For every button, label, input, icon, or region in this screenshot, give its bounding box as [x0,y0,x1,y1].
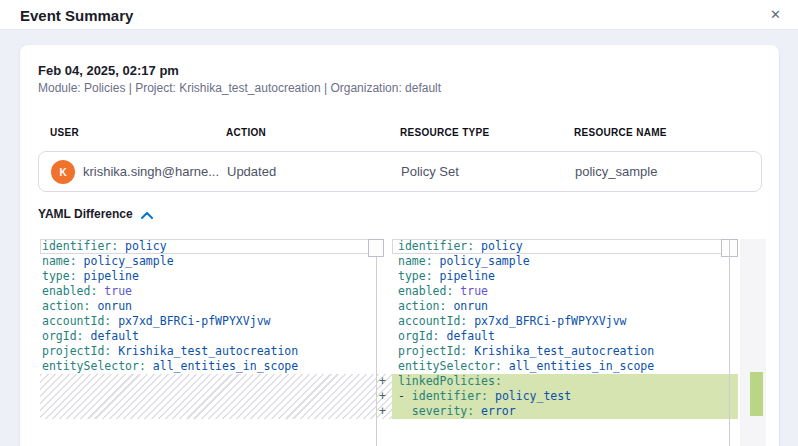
plus-marker-icon: + [379,404,391,419]
yaml-line: enabled: true [42,284,132,299]
plus-marker-icon: + [379,374,391,389]
yaml-line: type: pipeline [398,269,495,284]
diff-overview-ruler[interactable] [740,239,766,446]
yaml-difference-label: YAML Difference [38,207,133,221]
cell-user: krishika.singh@harne... [83,164,219,179]
column-header-resource-name: RESOURCE NAME [574,127,667,138]
column-header-action: ACTION [226,127,266,138]
plus-marker-icon: + [379,389,391,404]
cell-resource-name: policy_sample [575,164,657,179]
yaml-line: action: onrun [398,299,488,314]
table-row[interactable]: K krishika.singh@harne... Updated Policy… [38,151,762,192]
modal-header: Event Summary ✕ [0,0,798,30]
yaml-line: type: pipeline [42,269,139,284]
current-line-highlight-modified [392,239,735,254]
modified-pane-right-border [729,239,730,446]
modal-body: Feb 04, 2025, 02:17 pm Module: Policies … [0,30,798,446]
yaml-line: orgId: default [42,329,139,344]
overview-ruler-added-block [750,372,763,416]
yaml-line: enabled: true [398,284,488,299]
avatar: K [51,160,75,184]
page-title: Event Summary [20,7,133,24]
yaml-line: projectId: Krishika_test_autocreation [398,344,654,359]
yaml-line: entitySelector: all_entities_in_scope [398,359,654,374]
chevron-up-icon[interactable] [141,212,153,219]
cell-resource-type: Policy Set [401,164,459,179]
event-meta: Module: Policies | Project: Krishika_tes… [38,81,441,95]
yaml-line: severity: error [398,404,516,419]
yaml-difference-toggle[interactable]: YAML Difference [38,207,153,221]
column-header-resource-type: RESOURCE TYPE [400,127,489,138]
event-summary-modal: Event Summary ✕ Feb 04, 2025, 02:17 pm M… [0,0,798,446]
cell-action: Updated [227,164,276,179]
yaml-line: - identifier: policy_test [398,389,571,404]
yaml-line: orgId: default [398,329,495,344]
yaml-line: accountId: px7xd_BFRCi-pfWPYXVjvw [42,314,271,329]
current-line-highlight-original [40,239,376,254]
diff-removed-placeholder [40,374,376,419]
event-card: Feb 04, 2025, 02:17 pm Module: Policies … [20,45,779,446]
scrollbar-thumb-original[interactable] [368,239,384,257]
yaml-line: action: onrun [42,299,132,314]
event-timestamp: Feb 04, 2025, 02:17 pm [38,63,179,78]
yaml-line: projectId: Krishika_test_autocreation [42,344,298,359]
column-header-user: USER [50,127,79,138]
yaml-line: linkedPolicies: [398,374,502,389]
yaml-diff-editor: identifier: policyname: policy_sampletyp… [20,239,779,446]
yaml-line: accountId: px7xd_BFRCi-pfWPYXVjvw [398,314,627,329]
yaml-line: entitySelector: all_entities_in_scope [42,359,298,374]
yaml-line: name: policy_sample [398,254,530,269]
yaml-line: name: policy_sample [42,254,174,269]
close-icon[interactable]: ✕ [770,7,781,23]
